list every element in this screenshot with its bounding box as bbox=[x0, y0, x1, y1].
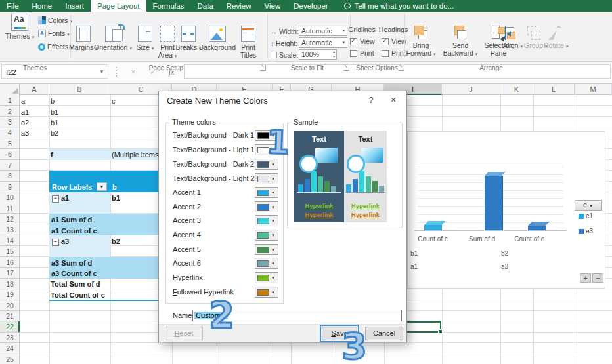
print-titles-button[interactable]: Print Titles bbox=[234, 26, 262, 59]
color-dropdown-button[interactable] bbox=[255, 272, 278, 283]
cell-B16[interactable]: a3 Sum of d bbox=[51, 258, 92, 268]
row-header-15[interactable]: 15 bbox=[0, 246, 20, 256]
color-dropdown-button[interactable] bbox=[255, 215, 278, 226]
row-header-12[interactable]: 12 bbox=[0, 214, 20, 224]
size-button[interactable]: Size bbox=[133, 26, 157, 52]
row-header-19[interactable]: 19 bbox=[0, 289, 20, 300]
cell-B14[interactable]: a3 bbox=[52, 236, 69, 247]
row-header-24[interactable]: 24 bbox=[0, 343, 20, 354]
theme-colors-button[interactable]: Colors bbox=[38, 14, 72, 26]
color-dropdown-button[interactable] bbox=[255, 244, 278, 255]
send-backward-button[interactable]: Send Backward bbox=[441, 26, 479, 58]
cell-C10[interactable]: b1 bbox=[112, 193, 120, 203]
height-dropdown[interactable]: Automatic ▾ bbox=[299, 37, 347, 48]
row-labels-filter-dropdown[interactable]: ▼ bbox=[97, 182, 107, 191]
collapse-field-button[interactable]: − bbox=[592, 273, 603, 283]
column-header-M[interactable]: M bbox=[575, 83, 612, 95]
row-header-23[interactable]: 23 bbox=[0, 333, 20, 343]
cell-C1[interactable]: c bbox=[112, 96, 116, 106]
cell-A2[interactable]: a1 bbox=[21, 107, 29, 117]
expand-field-button[interactable]: + bbox=[580, 273, 591, 283]
row-header-8[interactable]: 8 bbox=[0, 171, 20, 181]
row-header-6[interactable]: 6 bbox=[0, 149, 20, 159]
row-header-25[interactable]: 25 bbox=[0, 354, 20, 364]
background-button[interactable]: Background bbox=[198, 26, 237, 51]
row-header-18[interactable]: 18 bbox=[0, 279, 20, 289]
bar-e1-count-of-c[interactable] bbox=[424, 225, 442, 230]
cell-B6[interactable]: f bbox=[51, 150, 53, 160]
color-dropdown-button[interactable] bbox=[255, 287, 278, 298]
row-header-20[interactable]: 20 bbox=[0, 300, 20, 311]
row-header-16[interactable]: 16 bbox=[0, 257, 20, 268]
themes-button[interactable]: Aa Themes bbox=[3, 14, 37, 41]
column-header-J[interactable]: J bbox=[442, 83, 500, 95]
scale-to-fit-dialog-launcher[interactable] bbox=[343, 65, 349, 71]
row-header-7[interactable]: 7 bbox=[0, 160, 20, 171]
row-header-1[interactable]: 1 bbox=[0, 95, 20, 106]
page-setup-dialog-launcher[interactable] bbox=[260, 65, 266, 71]
cell-B18[interactable]: Total Sum of d bbox=[51, 279, 100, 289]
cell-A3[interactable]: a2 bbox=[21, 117, 29, 128]
tab-developer[interactable]: Developer bbox=[287, 0, 334, 12]
row-header-21[interactable]: 21 bbox=[0, 311, 20, 321]
help-button[interactable]: ? bbox=[364, 95, 378, 107]
legend-field-button[interactable]: e ▼ bbox=[575, 200, 602, 211]
cell-C6[interactable]: (Multiple Items) bbox=[112, 150, 161, 160]
color-dropdown-button[interactable] bbox=[255, 173, 278, 184]
tab-view[interactable]: View bbox=[258, 0, 288, 12]
tab-home[interactable]: Home bbox=[26, 0, 59, 12]
tell-me-box[interactable]: Tell me what you want to do... bbox=[344, 0, 454, 12]
theme-effects-button[interactable]: Effects bbox=[38, 41, 72, 52]
tab-insert[interactable]: Insert bbox=[58, 0, 91, 12]
row-header-2[interactable]: 2 bbox=[0, 106, 20, 117]
sheet-options-dialog-launcher[interactable] bbox=[399, 65, 404, 71]
cell-B1[interactable]: b bbox=[51, 96, 55, 106]
width-dropdown[interactable]: Automatic ▾ bbox=[299, 26, 347, 36]
close-icon[interactable]: × bbox=[385, 94, 402, 107]
pivot-chart[interactable]: Count of c Sum of d Count of c b1 a1 b2 … bbox=[407, 131, 605, 289]
select-all-corner[interactable] bbox=[0, 83, 20, 95]
column-header-A[interactable]: A bbox=[20, 83, 49, 95]
scale-spinner[interactable]: 100% ▴▾ bbox=[299, 49, 337, 60]
row-header-4[interactable]: 4 bbox=[0, 127, 20, 138]
orientation-button[interactable]: Orientation bbox=[94, 26, 132, 52]
color-dropdown-button[interactable] bbox=[255, 187, 278, 198]
column-header-B[interactable]: B bbox=[49, 83, 110, 95]
cell-B10[interactable]: a1 bbox=[52, 193, 69, 203]
tab-data[interactable]: Data bbox=[191, 0, 220, 12]
cell-B9-row-labels[interactable]: Row Labels bbox=[52, 182, 92, 192]
tab-review[interactable]: Review bbox=[220, 0, 258, 12]
row-header-11[interactable]: 11 bbox=[0, 203, 20, 214]
align-button[interactable]: Align bbox=[503, 26, 523, 51]
color-dropdown-button[interactable] bbox=[255, 230, 278, 241]
tab-file[interactable]: File bbox=[0, 0, 26, 12]
bar-e3-count-of-c[interactable] bbox=[528, 226, 546, 230]
cell-B4[interactable]: b2 bbox=[51, 128, 58, 138]
cell-B12[interactable]: a1 Sum of d bbox=[51, 214, 92, 225]
cell-B3[interactable]: b1 bbox=[51, 117, 58, 128]
cell-A1[interactable]: a bbox=[21, 96, 25, 106]
theme-fonts-button[interactable]: A Fonts bbox=[38, 28, 70, 39]
cancel-button[interactable]: Cancel bbox=[365, 327, 403, 340]
column-header-L[interactable]: L bbox=[533, 83, 575, 95]
row-header-9[interactable]: 9 bbox=[0, 182, 20, 192]
column-header-K[interactable]: K bbox=[500, 83, 533, 95]
bar-e3-sum-of-d[interactable] bbox=[485, 176, 503, 230]
row-header-13[interactable]: 13 bbox=[0, 224, 20, 235]
row-header-5[interactable]: 5 bbox=[0, 138, 20, 149]
cell-B17[interactable]: a3 Count of c bbox=[51, 268, 97, 279]
color-dropdown-button[interactable] bbox=[255, 258, 278, 269]
row-header-14[interactable]: 14 bbox=[0, 235, 20, 246]
collapse-icon[interactable] bbox=[52, 195, 59, 203]
row-header-22[interactable]: 22 bbox=[0, 321, 20, 332]
collapse-icon[interactable] bbox=[52, 239, 59, 246]
gridlines-view-checkbox[interactable]: View bbox=[350, 37, 375, 45]
cell-C9[interactable]: b bbox=[112, 182, 117, 192]
gridlines-print-checkbox[interactable]: Print bbox=[350, 49, 374, 57]
cell-A4[interactable]: a3 bbox=[21, 128, 29, 138]
bring-forward-button[interactable]: Bring Forward bbox=[402, 26, 440, 58]
color-dropdown-button[interactable] bbox=[255, 201, 278, 212]
tab-formulas[interactable]: Formulas bbox=[146, 0, 191, 12]
row-header-3[interactable]: 3 bbox=[0, 117, 20, 127]
row-header-10[interactable]: 10 bbox=[0, 192, 20, 203]
